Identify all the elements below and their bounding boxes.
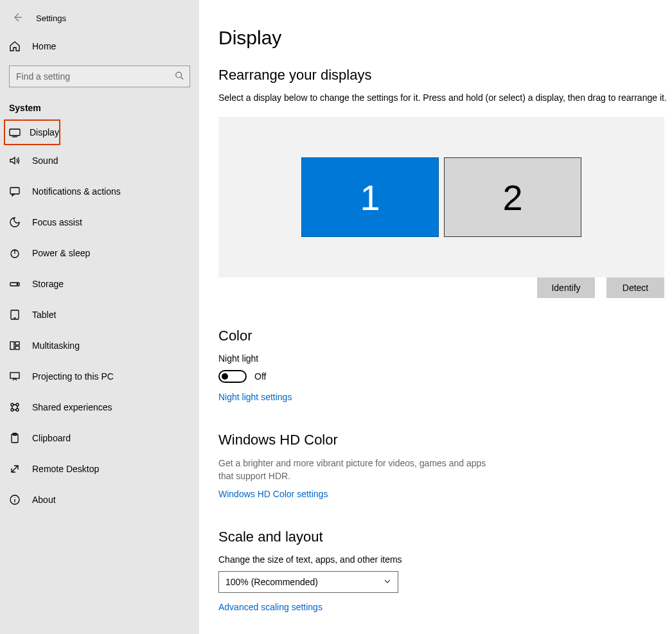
sidebar-item-label: Home [32, 41, 56, 51]
shared-icon [9, 401, 21, 413]
sidebar-item-multitasking[interactable]: Multitasking [0, 330, 199, 361]
sidebar-item-tablet[interactable]: Tablet [0, 299, 199, 330]
svg-rect-2 [10, 188, 19, 194]
monitor-2[interactable]: 2 [444, 157, 581, 237]
search-input[interactable] [9, 66, 190, 87]
svg-point-5 [17, 284, 18, 285]
detect-button[interactable]: Detect [606, 277, 664, 298]
night-light-label: Night light [218, 353, 672, 364]
night-light-toggle[interactable] [218, 370, 247, 383]
page-title: Display [218, 27, 672, 49]
projecting-icon [9, 371, 21, 382]
sidebar-item-label: Clipboard [32, 433, 71, 443]
notifications-icon [9, 186, 21, 197]
svg-rect-8 [15, 342, 19, 345]
svg-rect-7 [10, 342, 14, 349]
sidebar-item-shared[interactable]: Shared experiences [0, 392, 199, 423]
chevron-down-icon [384, 577, 391, 587]
sidebar-item-label: Storage [32, 279, 64, 289]
back-icon[interactable] [12, 12, 23, 25]
sidebar-item-display[interactable]: Display [4, 119, 60, 145]
sidebar: Settings Home System Display Sound Notif… [0, 0, 199, 634]
monitor-1[interactable]: 1 [301, 157, 439, 237]
svg-point-14 [16, 409, 19, 411]
sidebar-item-notifications[interactable]: Notifications & actions [0, 176, 199, 207]
tablet-icon [9, 309, 21, 321]
rearrange-sub: Select a display below to change the set… [218, 92, 672, 103]
svg-rect-9 [15, 346, 19, 349]
scale-heading: Scale and layout [218, 529, 672, 545]
scale-dropdown[interactable]: 100% (Recommended) [218, 571, 398, 593]
main-panel: Display Rearrange your displays Select a… [199, 0, 672, 634]
sidebar-item-label: About [32, 495, 56, 505]
svg-rect-1 [10, 129, 20, 136]
monitor-number: 2 [502, 177, 522, 218]
sidebar-item-power[interactable]: Power & sleep [0, 238, 199, 269]
sidebar-item-storage[interactable]: Storage [0, 269, 199, 299]
sidebar-item-label: Sound [32, 155, 58, 166]
sidebar-item-home[interactable]: Home [0, 31, 199, 62]
sidebar-item-label: Tablet [32, 310, 56, 320]
remote-icon [9, 463, 21, 475]
sidebar-item-label: Notifications & actions [32, 186, 121, 197]
storage-icon [9, 278, 21, 290]
svg-point-11 [11, 403, 13, 406]
monitor-number: 1 [360, 177, 380, 218]
rearrange-heading: Rearrange your displays [218, 67, 672, 84]
category-label: System [0, 94, 199, 119]
sidebar-item-label: Multitasking [32, 340, 80, 351]
svg-point-0 [176, 72, 182, 78]
sidebar-item-sound[interactable]: Sound [0, 145, 199, 176]
sidebar-item-focus[interactable]: Focus assist [0, 207, 199, 238]
hd-color-heading: Windows HD Color [218, 432, 672, 448]
night-light-state: Off [254, 371, 266, 382]
sidebar-item-label: Shared experiences [32, 402, 112, 412]
color-heading: Color [218, 328, 672, 344]
power-icon [9, 247, 21, 259]
multitasking-icon [9, 340, 21, 351]
sidebar-item-label: Projecting to this PC [32, 371, 114, 382]
sidebar-item-label: Power & sleep [32, 248, 90, 258]
sidebar-item-projecting[interactable]: Projecting to this PC [0, 361, 199, 392]
svg-point-13 [11, 409, 13, 411]
svg-point-12 [16, 403, 19, 406]
night-light-settings-link[interactable]: Night light settings [218, 392, 292, 402]
sidebar-item-label: Display [30, 127, 59, 137]
advanced-scaling-link[interactable]: Advanced scaling settings [218, 602, 323, 612]
display-arrangement-area[interactable]: 1 2 [218, 117, 664, 277]
about-icon [9, 494, 21, 506]
hd-color-settings-link[interactable]: Windows HD Color settings [218, 489, 328, 499]
search-icon [175, 71, 184, 82]
sound-icon [9, 155, 21, 166]
sidebar-item-label: Focus assist [32, 217, 82, 227]
display-icon [9, 127, 21, 138]
app-title: Settings [36, 13, 66, 23]
sidebar-item-about[interactable]: About [0, 484, 199, 515]
identify-button[interactable]: Identify [537, 277, 595, 298]
sidebar-item-label: Remote Desktop [32, 464, 99, 474]
scale-sub: Change the size of text, apps, and other… [218, 554, 672, 565]
hd-color-sub: Get a brighter and more vibrant picture … [218, 457, 501, 482]
scale-dropdown-value: 100% (Recommended) [225, 577, 318, 587]
home-icon [9, 40, 21, 52]
sidebar-item-clipboard[interactable]: Clipboard [0, 423, 199, 453]
clipboard-icon [9, 432, 21, 444]
sidebar-item-remote[interactable]: Remote Desktop [0, 453, 199, 484]
focus-icon [9, 216, 21, 228]
svg-rect-10 [10, 373, 19, 378]
